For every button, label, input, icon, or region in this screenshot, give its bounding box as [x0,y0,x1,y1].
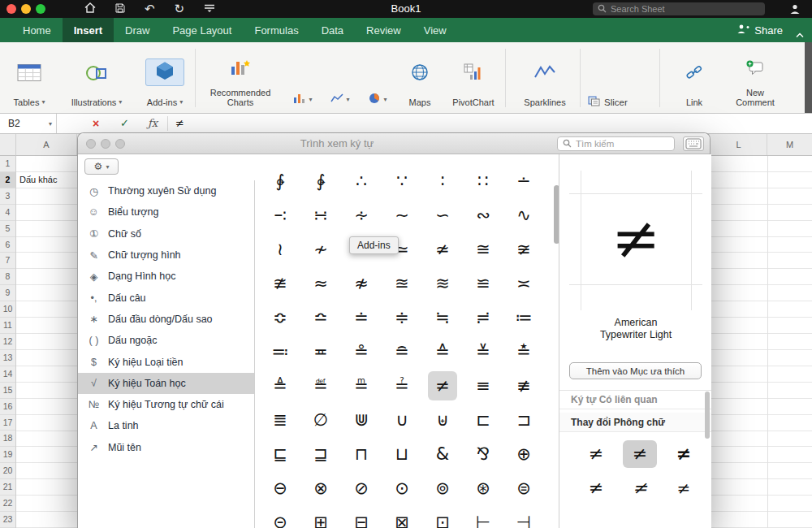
col-header-l[interactable]: L [710,134,767,155]
symbol-cell[interactable]: ⊏ [463,403,503,437]
formula-input[interactable]: ≠ [175,114,184,133]
slicer-button[interactable]: Slicer [588,96,628,108]
symbol-cell[interactable]: ≎ [260,301,300,335]
sidebar-item-12[interactable]: ↗Mũi tên [78,437,254,458]
symbol-cell[interactable]: ≀ [260,232,300,266]
font-variant-5[interactable]: ≠ [662,471,706,505]
insert-function-button[interactable]: ƒx [148,114,158,133]
collapse-ribbon-icon[interactable] [796,27,804,41]
add-to-favorites-button[interactable]: Thêm vào Mục ưa thích [569,362,702,379]
pivotchart-button[interactable]: PivotChart [445,47,502,109]
tab-insert[interactable]: Insert [63,18,114,42]
font-variant-1[interactable]: ≠ [618,437,662,471]
symbol-cell[interactable]: ≣ [260,403,300,437]
dialog-close-button[interactable] [86,139,96,149]
link-button[interactable]: Link [674,47,715,109]
symbol-cell[interactable]: ⊠ [382,505,422,528]
tab-review[interactable]: Review [355,18,412,42]
symbol-cell[interactable]: ∺ [300,198,341,232]
symbol-cell[interactable]: ⊞ [300,505,341,528]
pie-chart-button[interactable]: ▾ [359,89,396,110]
sidebar-item-7[interactable]: ( )Dấu ngoặc [78,330,254,351]
row-header-19[interactable]: 19 [0,447,15,463]
sidebar-item-4[interactable]: ◈Dạng Hình học [78,266,254,287]
row-header-20[interactable]: 20 [0,463,15,479]
tab-page-layout[interactable]: Page Layout [161,18,243,42]
row-header-5[interactable]: 5 [0,221,15,237]
symbol-cell[interactable]: ⋓ [341,403,382,437]
symbol-cell[interactable]: ≞ [341,369,382,403]
row-header-3[interactable]: 3 [0,188,15,205]
row-header-12[interactable]: 12 [0,334,15,350]
keyboard-viewer-icon[interactable] [683,136,704,151]
maps-button[interactable]: Maps [401,47,438,109]
symbol-cell[interactable]: ⊚ [422,471,463,505]
symbol-cell[interactable]: ≚ [463,335,503,369]
row-header-10[interactable]: 10 [0,301,15,318]
symbol-cell[interactable]: ≢ [503,369,544,403]
symbol-cell[interactable]: ≉ [341,266,382,301]
symbol-cell[interactable]: ⊐ [503,403,544,437]
symbol-cell[interactable]: ≁ [300,232,341,266]
row-header-22[interactable]: 22 [0,496,15,512]
row-header-21[interactable]: 21 [0,479,15,496]
symbol-cell[interactable]: ⊓ [341,437,382,471]
font-variant-4[interactable]: ≠ [618,471,662,505]
row-header-7[interactable]: 7 [0,253,15,269]
row-header-1[interactable]: 1 [0,156,15,172]
illustrations-button[interactable]: Illustrations▾ [58,47,135,109]
sidebar-item-9[interactable]: √Ký hiệu Toán học [78,373,254,394]
symbol-cell[interactable]: ∷ [463,164,503,198]
symbol-cell[interactable]: ⊔ [382,437,422,471]
symbol-cell[interactable]: ≙ [422,335,463,369]
dialog-minimize-button[interactable] [101,139,110,149]
symbol-cell[interactable]: ≘ [382,335,422,369]
col-header-a[interactable]: A [16,134,77,155]
symbol-cell[interactable]: ≟ [382,369,422,403]
dialog-zoom-button[interactable] [115,139,125,149]
symbol-cell[interactable]: ∹ [260,198,300,232]
select-all-corner[interactable] [0,134,16,156]
symbol-cell[interactable]: ≏ [300,301,341,335]
sidebar-item-8[interactable]: $Ký hiệu Loại tiền [78,351,254,372]
sidebar-item-5[interactable]: •,Dấu câu [78,287,254,308]
symbol-cell[interactable]: ≋ [422,266,463,301]
sparklines-button[interactable]: Sparklines [512,47,578,109]
row-header-14[interactable]: 14 [0,366,15,383]
symbol-cell[interactable]: ∪ [382,403,422,437]
account-icon[interactable] [789,3,801,18]
sidebar-item-10[interactable]: №Ký hiệu Tương tự chữ cái [78,394,254,415]
font-variant-2[interactable]: ≠ [662,437,706,471]
tab-draw[interactable]: Draw [114,18,161,42]
symbol-cell[interactable]: ⊟ [341,505,382,528]
row-header-2[interactable]: 2 [0,172,15,188]
symbol-cell[interactable]: ∶ [422,164,463,198]
symbol-cell[interactable]: ≡ [463,369,503,403]
tab-home[interactable]: Home [11,18,63,42]
symbol-cell[interactable]: ⊑ [260,437,300,471]
dialog-actions-button[interactable]: ⚙ ▾ [84,158,119,175]
add-ins-button[interactable]: Add-ins▾ [140,47,190,109]
symbol-cell[interactable]: ≄ [422,232,463,266]
symbol-cell[interactable]: ≠ [422,369,463,403]
row-header-18[interactable]: 18 [0,431,15,447]
symbol-cell[interactable]: ≍ [503,266,544,301]
col-header-m[interactable]: M [767,134,812,155]
symbol-cell[interactable]: ≓ [463,301,503,335]
row-header-17[interactable]: 17 [0,415,15,431]
font-variant-3[interactable]: ≠ [574,471,618,505]
row-header-4[interactable]: 4 [0,205,15,221]
symbol-cell[interactable]: ∸ [503,164,544,198]
symbol-cell[interactable]: ⊕ [503,437,544,471]
symbol-cell[interactable]: ⊛ [463,471,503,505]
symbol-cell[interactable]: ⊗ [300,471,341,505]
symbol-cell[interactable]: ≑ [382,301,422,335]
line-chart-button[interactable]: ▾ [322,89,359,110]
dialog-search-field[interactable]: Tìm kiếm [557,136,675,151]
symbol-cell[interactable]: ≈ [300,266,341,301]
symbol-cell[interactable]: ≝ [300,369,341,403]
symbol-cell[interactable]: ∅ [300,403,341,437]
symbol-cell[interactable]: ⊢ [463,505,503,528]
tables-button[interactable]: Tables▾ [5,47,54,109]
row-header-16[interactable]: 16 [0,399,15,415]
